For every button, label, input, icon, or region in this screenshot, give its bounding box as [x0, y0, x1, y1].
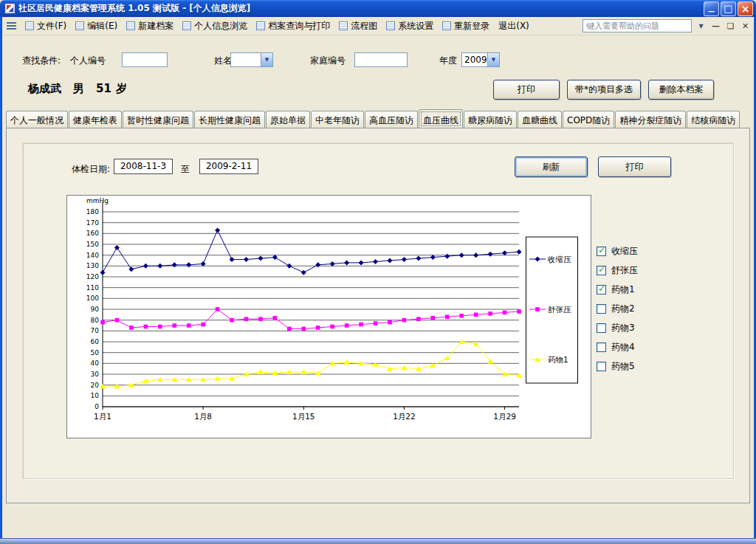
menu-bar-right [583, 19, 751, 32]
exam-date-to-field[interactable]: 2009-2-11 [199, 159, 258, 174]
checkbox-drug1[interactable] [597, 285, 606, 295]
svg-text:0: 0 [94, 403, 99, 410]
menu-items: 文件(F)编辑(E)新建档案个人信息浏览档案查询与打印流程图系统设置重新登录退出… [21, 17, 534, 35]
tab-middle-elderly-followup[interactable]: 中老年随访 [311, 111, 364, 128]
year-combobox-arrow-icon[interactable] [487, 53, 499, 66]
name-combobox-arrow-icon[interactable] [261, 53, 272, 66]
checkbox-row-drug4[interactable]: 药物4 [597, 337, 707, 357]
svg-text:40: 40 [91, 359, 100, 367]
svg-text:60: 60 [91, 338, 100, 345]
tab-temporary-health-issues[interactable]: 暂时性健康问题 [123, 111, 193, 128]
client-area: 查找条件: 个人编号 姓名 家庭编号 年度 2009 杨成武 男 51 [2, 35, 754, 538]
tab-longterm-health-issues[interactable]: 长期性健康问题 [194, 111, 265, 128]
flowchart-icon [339, 21, 348, 30]
patient-name: 杨成武 [28, 82, 61, 96]
svg-text:170: 170 [86, 219, 99, 227]
checkbox-drug4[interactable] [597, 342, 606, 352]
file-icon [25, 21, 34, 30]
menu-item-label: 系统设置 [398, 20, 433, 32]
window-frame-left [0, 17, 2, 544]
tab-annual-health-exam[interactable]: 健康年检表 [69, 111, 122, 128]
bp-chart-container: 0102030405060708090100110120130140150160… [66, 195, 591, 438]
name-combobox-value [231, 53, 261, 66]
svg-text:90: 90 [91, 306, 100, 313]
mdi-restore-icon[interactable] [725, 21, 736, 32]
personal-id-input[interactable] [122, 52, 168, 67]
tab-strip: 个人一般情况健康年检表暂时性健康问题长期性健康问题原始单据中老年随访高血压随访血… [6, 109, 750, 128]
menu-item-exit[interactable]: 退出(X) [494, 18, 534, 35]
exam-date-from-field[interactable]: 2008-11-3 [114, 159, 173, 174]
tab-original-documents[interactable]: 原始单据 [266, 111, 310, 128]
tab-tb-followup[interactable]: 结核病随访 [687, 111, 740, 128]
menu-item-system-settings[interactable]: 系统设置 [382, 18, 438, 35]
close-button[interactable] [738, 1, 753, 16]
svg-text:150: 150 [86, 241, 99, 248]
checkbox-row-drug1[interactable]: 药物1 [597, 280, 707, 299]
svg-text:1月29: 1月29 [493, 412, 516, 421]
checkbox-row-systolic[interactable]: 收缩压 [597, 241, 707, 261]
name-combobox[interactable] [230, 52, 273, 67]
multiselect-button[interactable]: 带*的项目多选 [567, 80, 641, 100]
help-dropdown-icon[interactable] [695, 20, 707, 32]
menu-item-query-and-print[interactable]: 档案查询与打印 [252, 18, 334, 35]
checkbox-drug3[interactable] [597, 323, 606, 333]
print-button[interactable]: 打印 [493, 80, 560, 100]
svg-text:舒张压: 舒张压 [548, 305, 571, 314]
checkbox-row-drug3[interactable]: 药物3 [597, 318, 707, 337]
patient-summary: 杨成武 男 51 岁 [28, 82, 127, 96]
checkbox-drug5[interactable] [597, 362, 606, 371]
series-toggle-list: 收缩压舒张压药物1药物2药物3药物4药物5 [597, 241, 707, 376]
tab-hypertension-followup[interactable]: 高血压随访 [365, 111, 418, 128]
svg-text:70: 70 [91, 327, 100, 334]
menu-item-file[interactable]: 文件(F) [21, 18, 71, 35]
menu-item-label: 个人信息浏览 [194, 20, 247, 32]
bp-curve-page: 体检日期: 2008-11-3 至 2009-2-11 刷新 打印 010203… [23, 143, 734, 479]
mdi-minimize-icon[interactable] [710, 21, 721, 32]
svg-text:药物1: 药物1 [548, 355, 568, 364]
svg-text:10: 10 [91, 392, 100, 399]
menu-item-relogin[interactable]: 重新登录 [438, 18, 494, 35]
mdi-close-icon[interactable] [740, 21, 751, 32]
checkbox-systolic[interactable] [597, 247, 606, 256]
menu-item-edit[interactable]: 编辑(E) [71, 18, 122, 35]
menu-item-label: 文件(F) [37, 20, 66, 32]
tab-diabetes-followup[interactable]: 糖尿病随访 [464, 111, 517, 128]
checkbox-row-diastolic[interactable]: 舒张压 [597, 261, 707, 280]
refresh-button[interactable]: 刷新 [515, 156, 588, 177]
status-bar [0, 538, 756, 544]
menu-item-label: 编辑(E) [87, 20, 117, 32]
svg-text:1月22: 1月22 [393, 412, 416, 421]
exam-date-to-label: 至 [181, 163, 190, 176]
svg-text:110: 110 [86, 284, 99, 292]
menu-item-personal-info-browse[interactable]: 个人信息浏览 [178, 18, 252, 35]
chart-print-button[interactable]: 打印 [598, 156, 671, 177]
checkbox-row-drug5[interactable]: 药物5 [597, 357, 707, 376]
checkbox-label: 药物1 [611, 283, 635, 296]
family-id-input[interactable] [354, 52, 408, 67]
delete-record-button[interactable]: 删除本档案 [648, 80, 714, 100]
title-bar: 社区居民健康档案管理系统 1.05 测试版 - [个人信息浏览] [0, 0, 756, 17]
checkbox-label: 舒张压 [611, 264, 638, 277]
tab-schizophrenia-followup[interactable]: 精神分裂症随访 [615, 111, 686, 128]
svg-text:80: 80 [91, 317, 100, 324]
year-combobox[interactable]: 2009 [461, 52, 500, 67]
menu-item-flowchart[interactable]: 流程图 [334, 18, 382, 35]
app-icon [4, 3, 16, 14]
bp-chart-svg: 0102030405060708090100110120130140150160… [67, 196, 591, 438]
tab-personal-general[interactable]: 个人一般情况 [6, 111, 68, 128]
checkbox-diastolic[interactable] [597, 266, 606, 275]
menu-item-new-record[interactable]: 新建档案 [122, 18, 178, 35]
tab-glucose-curve[interactable]: 血糖曲线 [518, 111, 562, 128]
minimize-button[interactable] [704, 1, 719, 16]
maximize-button[interactable] [721, 1, 736, 16]
tab-copd-followup[interactable]: COPD随访 [563, 111, 614, 128]
checkbox-drug2[interactable] [597, 304, 606, 314]
patient-age: 51 [96, 82, 111, 96]
help-search-input[interactable] [583, 19, 692, 32]
patient-age-unit: 岁 [116, 82, 127, 96]
svg-text:50: 50 [91, 349, 100, 357]
query-and-print-icon [256, 21, 265, 30]
checkbox-row-drug2[interactable]: 药物2 [597, 299, 707, 318]
tab-bp-curve[interactable]: 血压曲线 [419, 109, 463, 128]
menu-item-label: 重新登录 [454, 20, 489, 32]
